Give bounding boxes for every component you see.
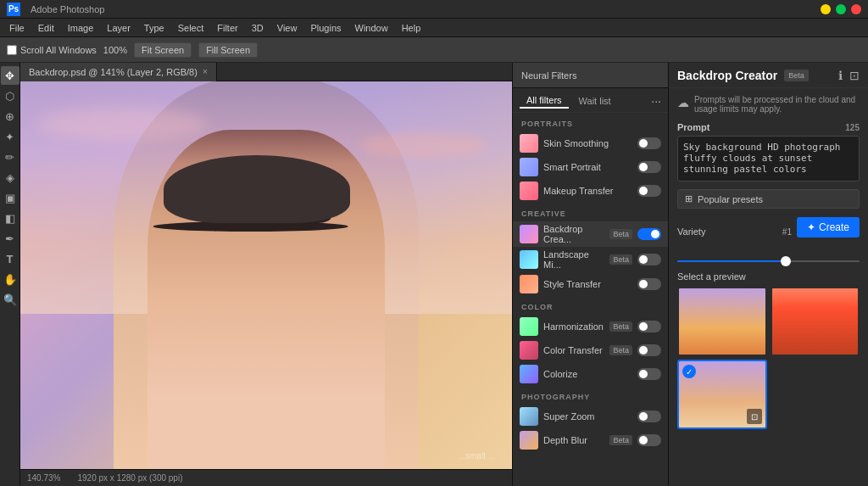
brush-tool[interactable]: ✏: [1, 148, 19, 166]
section-portraits: Portraits: [513, 113, 668, 131]
cloud-info-text: Prompts will be processed in the cloud a…: [694, 95, 860, 114]
toggle-makeup-transfer[interactable]: [637, 185, 661, 197]
filter-style-transfer[interactable]: Style Transfer: [513, 272, 668, 296]
filter-thumb-backdrop-creator: [520, 225, 538, 243]
toggle-smart-portrait[interactable]: [637, 161, 661, 173]
detail-header-icons: ℹ ⊡: [838, 69, 860, 82]
main-area: ✥ ⬡ ⊕ ✦ ✏ ◈ ▣ ◧ ✒ T ✋ 🔍 Backdrop.psd @ 1…: [0, 63, 868, 486]
menu-item-plugins[interactable]: Plugins: [304, 21, 347, 35]
filter-badge-harmonization: Beta: [609, 321, 632, 332]
filter-name-style-transfer: Style Transfer: [543, 279, 632, 289]
menu-item-help[interactable]: Help: [396, 21, 427, 35]
char-count: 125: [845, 123, 860, 132]
detail-title: Backdrop Creator: [677, 69, 777, 82]
filter-thumb-skin-smoothing: [520, 134, 538, 153]
fill-screen-button[interactable]: Fill Screen: [198, 42, 258, 58]
menu-item-edit[interactable]: Edit: [32, 21, 60, 35]
canvas-area: Backdrop.psd @ 141% (Layer 2, RGB/8) × .…: [20, 63, 512, 486]
maximize-button[interactable]: [836, 4, 846, 14]
filter-thumb-color-transfer: [520, 341, 538, 360]
menu-item-type[interactable]: Type: [138, 21, 170, 35]
scroll-all-windows-checkbox[interactable]: Scroll All Windows: [7, 45, 97, 55]
eraser-tool[interactable]: ▣: [1, 188, 19, 207]
toggle-harmonization[interactable]: [637, 321, 661, 332]
toggle-skin-smoothing[interactable]: [637, 137, 661, 149]
filter-makeup-transfer[interactable]: Makeup Transfer: [513, 179, 668, 203]
preview-check-icon: ✓: [682, 365, 696, 378]
toggle-style-transfer[interactable]: [637, 278, 661, 290]
menu-item-file[interactable]: File: [3, 21, 31, 35]
filter-badge-landscape-mixer: Beta: [609, 254, 632, 265]
filter-colorize[interactable]: Colorize: [513, 362, 668, 386]
toggle-landscape-mixer[interactable]: [637, 254, 661, 265]
eyedropper-tool[interactable]: ✦: [1, 127, 19, 146]
pen-tool[interactable]: ✒: [1, 229, 19, 248]
filter-backdrop-creator[interactable]: Backdrop Crea... Beta: [513, 221, 668, 247]
variety-value: #1: [782, 227, 792, 237]
canvas-content[interactable]: ...smalt ...: [20, 81, 512, 469]
toggle-backdrop-creator[interactable]: [637, 228, 661, 240]
filter-thumb-colorize: [520, 365, 538, 383]
fit-screen-button[interactable]: Fit Screen: [134, 42, 192, 58]
filter-badge-color-transfer: Beta: [609, 345, 632, 355]
zoom-percentage: 140.73%: [27, 473, 60, 483]
toggle-color-transfer[interactable]: [637, 344, 661, 356]
filter-skin-smoothing[interactable]: Skin Smoothing: [513, 131, 668, 155]
menu-item-image[interactable]: Image: [62, 21, 100, 35]
neural-filters-header: Neural Filters: [513, 63, 668, 88]
move-tool[interactable]: ✥: [1, 66, 19, 85]
filter-tabs-more[interactable]: ···: [651, 94, 661, 108]
create-button[interactable]: ✦ Create: [797, 217, 860, 237]
hand-tool[interactable]: ✋: [1, 270, 19, 288]
tab-all-filters[interactable]: All filters: [520, 93, 569, 109]
variety-slider[interactable]: [677, 260, 860, 262]
menu-item-3d[interactable]: 3D: [246, 21, 270, 35]
filter-smart-portrait[interactable]: Smart Portrait: [513, 155, 668, 179]
preview-item-1[interactable]: [677, 287, 767, 356]
select-preview-label: Select a preview: [677, 271, 860, 282]
detail-more-icon[interactable]: ⊡: [849, 69, 860, 82]
canvas-tab-close[interactable]: ×: [203, 67, 208, 76]
preview-item-3[interactable]: ✓ ⊡: [677, 360, 767, 429]
menu-item-layer[interactable]: Layer: [101, 21, 136, 35]
filter-thumb-depth-blur: [520, 431, 538, 450]
menu-item-select[interactable]: Select: [172, 21, 210, 35]
prompt-section-label: Prompt 125: [677, 122, 860, 132]
filter-super-zoom[interactable]: Super Zoom: [513, 405, 668, 428]
popular-presets-button[interactable]: ⊞ Popular presets: [677, 189, 860, 209]
filter-tabs: All filters Wait list ···: [513, 88, 668, 113]
left-tools-panel: ✥ ⬡ ⊕ ✦ ✏ ◈ ▣ ◧ ✒ T ✋ 🔍: [0, 63, 20, 486]
canvas-tab-bar: Backdrop.psd @ 141% (Layer 2, RGB/8) ×: [20, 63, 512, 81]
toggle-colorize[interactable]: [637, 368, 661, 380]
tab-wait-list[interactable]: Wait list: [572, 94, 618, 108]
filter-thumb-smart-portrait: [520, 158, 538, 176]
zoom-tool[interactable]: 🔍: [1, 290, 19, 309]
menu-item-filter[interactable]: Filter: [211, 21, 243, 35]
gradient-tool[interactable]: ◧: [1, 209, 19, 227]
filter-landscape-mixer[interactable]: Landscape Mi... Beta: [513, 247, 668, 272]
detail-info-icon[interactable]: ℹ: [838, 69, 843, 82]
prompt-textarea[interactable]: [677, 136, 860, 182]
menu-item-view[interactable]: View: [271, 21, 303, 35]
menu-item-window[interactable]: Window: [349, 21, 394, 35]
clone-stamp-tool[interactable]: ◈: [1, 168, 19, 187]
lasso-tool[interactable]: ⬡: [1, 87, 19, 105]
filter-color-transfer[interactable]: Color Transfer Beta: [513, 338, 668, 362]
toggle-depth-blur[interactable]: [637, 434, 661, 446]
filter-harmonization[interactable]: Harmonization Beta: [513, 315, 668, 338]
filter-name-depth-blur: Depth Blur: [543, 435, 604, 445]
canvas-tab[interactable]: Backdrop.psd @ 141% (Layer 2, RGB/8) ×: [20, 63, 217, 81]
section-photography: Photography: [513, 386, 668, 405]
filter-badge-backdrop-creator: Beta: [609, 229, 632, 239]
preview-expand-icon[interactable]: ⊡: [747, 409, 762, 424]
type-tool[interactable]: T: [1, 249, 19, 268]
toggle-super-zoom[interactable]: [637, 411, 661, 422]
crop-tool[interactable]: ⊕: [1, 107, 19, 126]
section-color: Color: [513, 296, 668, 315]
preview-item-2[interactable]: [771, 287, 860, 356]
filter-thumb-makeup-transfer: [520, 182, 538, 200]
close-button[interactable]: [851, 4, 861, 14]
filter-depth-blur[interactable]: Depth Blur Beta: [513, 428, 668, 452]
minimize-button[interactable]: [821, 4, 831, 14]
create-icon: ✦: [807, 221, 815, 233]
